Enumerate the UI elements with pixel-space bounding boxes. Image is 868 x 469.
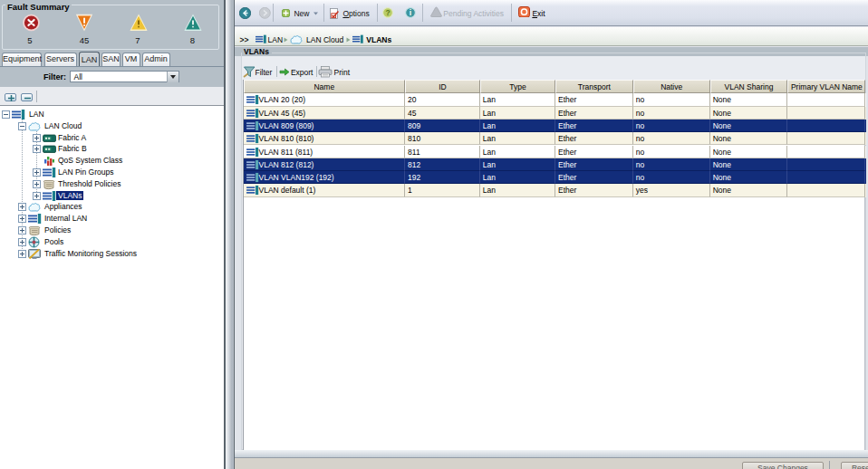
svg-text:i: i xyxy=(409,8,410,17)
svg-text:?: ? xyxy=(386,8,391,17)
